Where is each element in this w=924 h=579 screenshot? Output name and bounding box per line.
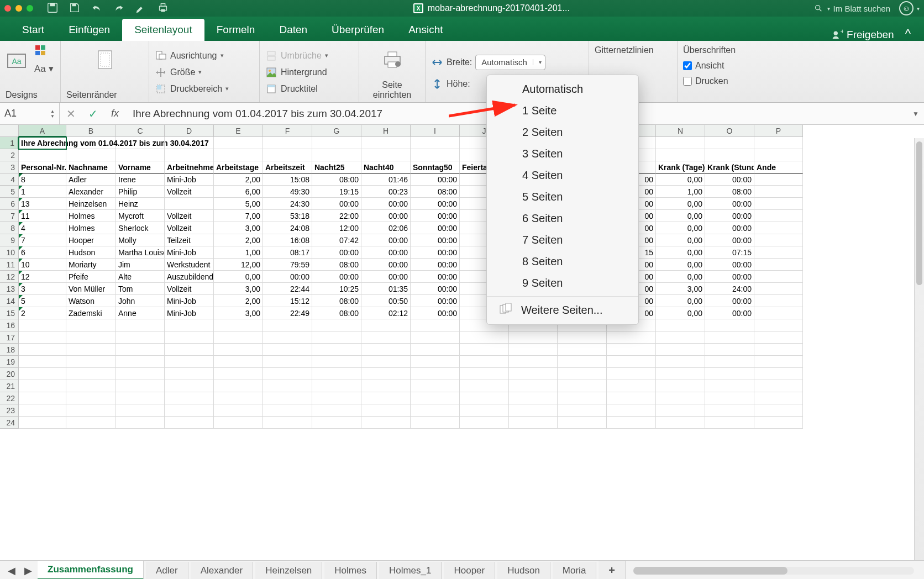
- cell[interactable]: Heinz: [116, 198, 165, 210]
- cell[interactable]: [214, 137, 263, 149]
- cancel-formula-button[interactable]: ✕: [60, 107, 82, 120]
- cell[interactable]: [509, 344, 558, 356]
- cell[interactable]: [165, 319, 214, 331]
- cell[interactable]: [558, 344, 607, 356]
- cell[interactable]: Moriarty: [66, 259, 116, 271]
- chevron-down-icon[interactable]: ▾: [917, 6, 920, 12]
- cell[interactable]: [165, 417, 214, 429]
- cell[interactable]: 00:00: [705, 307, 754, 319]
- cell[interactable]: 0,00: [656, 234, 705, 246]
- fonts-icon[interactable]: Aa ▾: [34, 63, 54, 75]
- cell[interactable]: [312, 344, 361, 356]
- cell[interactable]: 3,00: [656, 283, 705, 295]
- cell[interactable]: 12: [19, 271, 66, 283]
- cell[interactable]: 00:00: [705, 198, 754, 210]
- cell[interactable]: [116, 137, 165, 149]
- cell[interactable]: John: [116, 295, 165, 307]
- worksheet[interactable]: ABCDEFGHIJKLMNOP1Ihre Abrechnng vom 01.0…: [0, 125, 924, 560]
- cell[interactable]: 7,00: [214, 210, 263, 222]
- cell[interactable]: [19, 344, 66, 356]
- cell[interactable]: Krank (Stund: [705, 161, 754, 173]
- cell[interactable]: 53:18: [263, 210, 312, 222]
- column-header[interactable]: N: [656, 125, 705, 137]
- row-header[interactable]: 9: [0, 234, 19, 246]
- cell[interactable]: 02:06: [361, 222, 411, 234]
- cell[interactable]: [312, 417, 361, 429]
- cell[interactable]: [361, 149, 411, 161]
- cell[interactable]: 00:00: [411, 198, 460, 210]
- cell[interactable]: [509, 417, 558, 429]
- cell[interactable]: Arbeitnehmer: [165, 161, 214, 173]
- cell[interactable]: [754, 283, 803, 295]
- cell[interactable]: [558, 331, 607, 344]
- cell[interactable]: 6: [19, 246, 66, 259]
- cell[interactable]: [19, 319, 66, 331]
- column-header[interactable]: F: [263, 125, 312, 137]
- cell[interactable]: [66, 417, 116, 429]
- cell[interactable]: 00:00: [411, 259, 460, 271]
- cell[interactable]: [607, 392, 656, 404]
- cell[interactable]: [312, 137, 361, 149]
- column-header[interactable]: H: [361, 125, 411, 137]
- sheet-tab[interactable]: Holmes: [324, 562, 377, 580]
- cell[interactable]: [754, 356, 803, 368]
- cell[interactable]: [754, 344, 803, 356]
- cell[interactable]: [116, 417, 165, 429]
- cell[interactable]: [312, 319, 361, 331]
- cell[interactable]: 00:00: [411, 210, 460, 222]
- cell[interactable]: Jim: [116, 259, 165, 271]
- tab-ansicht[interactable]: Ansicht: [396, 19, 455, 41]
- cell[interactable]: [705, 319, 754, 331]
- cell[interactable]: [361, 137, 411, 149]
- cell[interactable]: Vollzeit: [165, 222, 214, 234]
- cell[interactable]: 2,00: [214, 295, 263, 307]
- cell[interactable]: [754, 404, 803, 417]
- cell[interactable]: [116, 149, 165, 161]
- printarea-button[interactable]: Druckbereich: [155, 83, 254, 95]
- cell[interactable]: 0,00: [656, 198, 705, 210]
- cell[interactable]: 22:49: [263, 307, 312, 319]
- column-header[interactable]: C: [116, 125, 165, 137]
- cell[interactable]: [558, 392, 607, 404]
- cell[interactable]: [754, 368, 803, 380]
- cell[interactable]: Hudson: [66, 246, 116, 259]
- cell[interactable]: [656, 319, 705, 331]
- cell[interactable]: [705, 380, 754, 392]
- cell[interactable]: 5,00: [214, 198, 263, 210]
- headings-view-checkbox[interactable]: Ansicht: [683, 61, 766, 71]
- dropdown-item-4pages[interactable]: 4 Seiten: [487, 165, 638, 186]
- cell[interactable]: [263, 404, 312, 417]
- cell[interactable]: [656, 149, 705, 161]
- cell[interactable]: 12:00: [312, 222, 361, 234]
- cell[interactable]: Martha Louise: [116, 246, 165, 259]
- sheet-tab[interactable]: Moria: [553, 562, 597, 580]
- cell[interactable]: 0,00: [656, 259, 705, 271]
- cell[interactable]: [312, 404, 361, 417]
- row-header[interactable]: 14: [0, 295, 19, 307]
- cell[interactable]: [607, 331, 656, 344]
- cell[interactable]: [705, 137, 754, 149]
- cell[interactable]: [754, 307, 803, 319]
- cell[interactable]: [263, 137, 312, 149]
- cell[interactable]: [165, 198, 214, 210]
- cell[interactable]: Mycroft: [116, 210, 165, 222]
- cell[interactable]: [214, 380, 263, 392]
- row-header[interactable]: 1: [0, 137, 19, 149]
- cell[interactable]: 1: [19, 186, 66, 198]
- sheet-tab[interactable]: Adler: [146, 562, 188, 580]
- horizontal-scrollbar[interactable]: [633, 567, 914, 575]
- cell[interactable]: 00:00: [312, 198, 361, 210]
- cell[interactable]: 0,00: [656, 246, 705, 259]
- cell[interactable]: [754, 331, 803, 344]
- printtitles-button[interactable]: Drucktitel: [265, 83, 353, 95]
- cell[interactable]: [361, 356, 411, 368]
- autosave-icon[interactable]: [46, 2, 59, 15]
- cell[interactable]: [754, 186, 803, 198]
- colors-icon[interactable]: [34, 44, 54, 59]
- cell[interactable]: [214, 331, 263, 344]
- cell[interactable]: [214, 417, 263, 429]
- cell[interactable]: [656, 331, 705, 344]
- cell[interactable]: 16:08: [263, 234, 312, 246]
- cell[interactable]: 00:00: [361, 210, 411, 222]
- cell[interactable]: [361, 368, 411, 380]
